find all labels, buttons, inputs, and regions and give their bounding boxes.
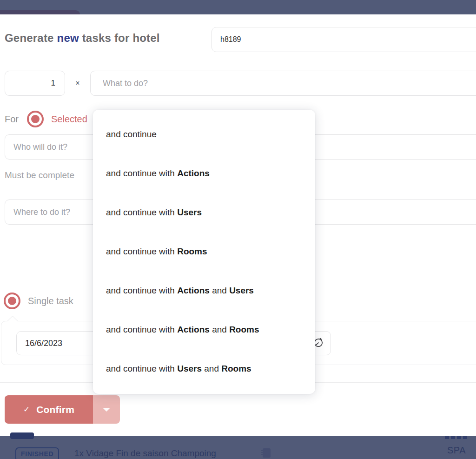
check-icon: ✓ bbox=[23, 405, 30, 414]
footer-nub bbox=[10, 432, 34, 439]
dropdown-item[interactable]: and continue with Actions bbox=[93, 154, 315, 193]
dropdown-item[interactable]: and continue with Rooms bbox=[93, 232, 315, 271]
for-row: For Selected bbox=[5, 110, 87, 128]
confirm-button-label: Confirm bbox=[36, 404, 74, 415]
confirm-split-button: ✓ Confirm bbox=[5, 395, 120, 424]
bottom-page-band: FINISHED 1x Vidage Fin de saison Champoi… bbox=[0, 436, 476, 459]
status-badge: FINISHED bbox=[15, 447, 59, 459]
for-label: For bbox=[5, 114, 19, 125]
single-task-label: Single task bbox=[28, 296, 73, 306]
page-title: Generate new tasks for hotel bbox=[5, 32, 160, 45]
dropdown-item[interactable]: and continue with Actions and Rooms bbox=[93, 310, 315, 349]
chevron-down-icon bbox=[103, 408, 110, 412]
dropdown-item[interactable]: and continue bbox=[93, 115, 315, 154]
spa-label: SPA bbox=[447, 445, 466, 456]
single-task-row: Single task bbox=[4, 292, 73, 310]
dropdown-item[interactable]: and continue with Actions and Users bbox=[93, 271, 315, 310]
task-count-input[interactable] bbox=[5, 71, 65, 96]
task-row-text: 1x Vidage Fin de saison Champoing bbox=[74, 448, 216, 459]
title-prefix: Generate bbox=[5, 32, 57, 44]
title-suffix: tasks for hotel bbox=[79, 32, 160, 44]
clipped-text-fragment bbox=[445, 436, 468, 439]
confirm-button[interactable]: ✓ Confirm bbox=[5, 395, 93, 424]
what-to-do-input[interactable] bbox=[90, 71, 476, 96]
dropdown-item[interactable]: and continue with Users and Rooms bbox=[93, 349, 315, 388]
selected-radio[interactable] bbox=[27, 111, 44, 127]
page-tab bbox=[0, 10, 80, 14]
multiply-separator: × bbox=[65, 71, 90, 96]
note-icon bbox=[260, 447, 271, 459]
dropdown-menu: and continueand continue with Actionsand… bbox=[93, 110, 315, 394]
selected-radio-label: Selected bbox=[51, 114, 87, 125]
single-task-radio[interactable] bbox=[4, 293, 20, 309]
must-be-complete-label: Must be complete bbox=[5, 170, 74, 180]
top-page-band bbox=[0, 0, 476, 14]
hotel-id-input[interactable] bbox=[212, 27, 476, 52]
dropdown-item[interactable]: and continue with Users bbox=[93, 193, 315, 232]
title-highlight: new bbox=[57, 32, 79, 44]
panel-caret bbox=[7, 316, 18, 326]
confirm-dropdown-toggle[interactable] bbox=[93, 395, 120, 424]
